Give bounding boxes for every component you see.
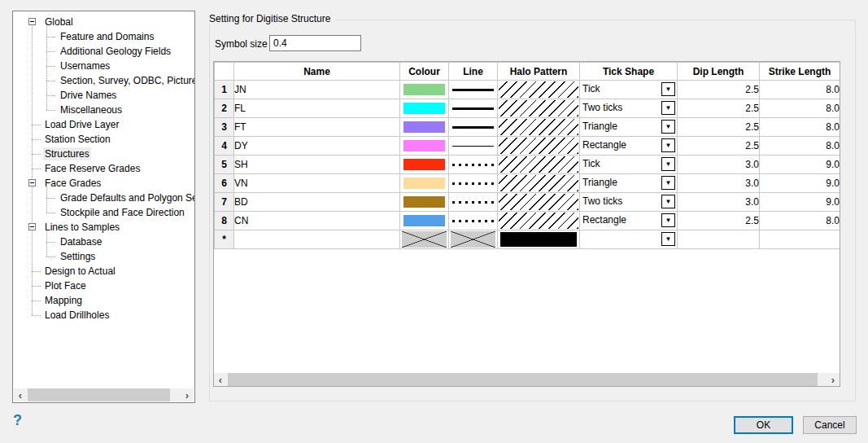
tree-item-load-drive-layer[interactable]: Load Drive Layer xyxy=(13,117,194,132)
halo-pattern-cell[interactable] xyxy=(498,156,580,174)
dropdown-arrow-icon[interactable]: ▼ xyxy=(661,195,675,208)
dropdown-arrow-icon[interactable]: ▼ xyxy=(661,138,675,152)
tree-item-plot-face[interactable]: Plot Face xyxy=(13,279,194,293)
halo-pattern-cell[interactable] xyxy=(498,99,580,118)
row-number[interactable]: 2 xyxy=(215,99,234,118)
tree-item-grade-defaults-and-polygon-selection[interactable]: Grade Defaults and Polygon Selec xyxy=(13,191,194,205)
tree-item-additional-geology-fields[interactable]: Additional Geology Fields xyxy=(13,44,194,59)
colour-cell[interactable] xyxy=(400,212,449,230)
colour-cell[interactable] xyxy=(400,99,449,118)
colour-cell[interactable] xyxy=(400,118,449,137)
dip-length-cell[interactable]: 3.0 xyxy=(678,156,760,174)
dip-length-cell[interactable] xyxy=(678,230,760,249)
tree-item-stockpile-and-face-direction[interactable]: Stockpile and Face Direction xyxy=(13,205,194,220)
strike-length-cell[interactable]: 9.0 xyxy=(760,174,840,193)
help-icon[interactable]: ? xyxy=(13,412,22,429)
name-cell[interactable] xyxy=(234,230,400,249)
line-cell[interactable] xyxy=(449,230,498,249)
tick-shape-cell[interactable]: Two ticks ▼ xyxy=(580,193,678,212)
dropdown-arrow-icon[interactable]: ▼ xyxy=(661,101,675,115)
tree-item-global[interactable]: Global xyxy=(13,15,194,29)
scroll-right-icon[interactable]: › xyxy=(181,388,194,401)
dip-length-cell[interactable]: 2.5 xyxy=(678,118,760,137)
dropdown-arrow-icon[interactable]: ▼ xyxy=(661,232,675,246)
name-cell[interactable]: FT xyxy=(234,118,400,137)
tree-item-section-survey-odbc-picture[interactable]: Section, Survey, ODBC, Picture xyxy=(13,73,194,88)
tick-shape-cell[interactable]: Triangle ▼ xyxy=(580,118,678,137)
name-cell[interactable]: CN xyxy=(234,212,400,230)
row-number[interactable]: 1 xyxy=(215,81,234,99)
halo-pattern-cell[interactable] xyxy=(498,212,580,230)
dip-length-cell[interactable]: 2.5 xyxy=(678,137,760,156)
colour-cell[interactable] xyxy=(400,81,449,99)
name-cell[interactable]: DY xyxy=(234,137,400,156)
line-cell[interactable] xyxy=(449,156,498,174)
row-number[interactable]: 3 xyxy=(215,118,234,137)
dip-length-cell[interactable]: 2.5 xyxy=(678,99,760,118)
line-cell[interactable] xyxy=(449,212,498,230)
strike-length-cell[interactable] xyxy=(760,230,840,249)
tick-shape-cell[interactable]: Rectangle ▼ xyxy=(580,137,678,156)
tree-item-miscellaneous[interactable]: Miscellaneous xyxy=(13,103,194,117)
tree-item-feature-and-domains[interactable]: Feature and Domains xyxy=(13,29,194,44)
line-cell[interactable] xyxy=(449,193,498,212)
collapse-minus-icon[interactable] xyxy=(28,179,36,186)
dip-length-cell[interactable]: 2.5 xyxy=(678,81,760,99)
name-cell[interactable]: BD xyxy=(234,193,400,212)
strike-length-cell[interactable]: 8.0 xyxy=(760,212,840,230)
tree-item-design-to-actual[interactable]: Design to Actual xyxy=(13,264,194,279)
tree-horizontal-scrollbar[interactable]: ‹ › xyxy=(14,388,194,401)
collapse-minus-icon[interactable] xyxy=(28,18,36,25)
row-number[interactable]: 8 xyxy=(215,212,234,230)
strike-length-cell[interactable]: 8.0 xyxy=(760,137,840,156)
colour-cell[interactable] xyxy=(400,156,449,174)
line-cell[interactable] xyxy=(449,137,498,156)
line-cell[interactable] xyxy=(449,99,498,118)
tree-item-station-section[interactable]: Station Section xyxy=(13,132,194,147)
ok-button[interactable]: OK xyxy=(734,416,793,434)
dropdown-arrow-icon[interactable]: ▼ xyxy=(661,176,675,190)
symbol-size-input[interactable] xyxy=(269,35,361,51)
scroll-left-icon[interactable]: ‹ xyxy=(14,388,27,401)
tree-item-drive-names[interactable]: Drive Names xyxy=(13,88,194,103)
grid-horizontal-scrollbar[interactable]: ‹ › xyxy=(214,373,840,386)
strike-length-cell[interactable]: 9.0 xyxy=(760,156,840,174)
colour-cell[interactable] xyxy=(400,137,449,156)
scroll-right-icon[interactable]: › xyxy=(827,373,840,386)
strike-length-cell[interactable]: 8.0 xyxy=(760,81,840,99)
row-number[interactable]: 5 xyxy=(215,156,234,174)
halo-pattern-cell[interactable] xyxy=(498,137,580,156)
tree-item-face-reserve-grades[interactable]: Face Reserve Grades xyxy=(13,161,194,176)
tree-scrollbar-thumb[interactable] xyxy=(28,388,170,401)
dip-length-cell[interactable]: 3.0 xyxy=(678,193,760,212)
line-cell[interactable] xyxy=(449,174,498,193)
strike-length-cell[interactable]: 8.0 xyxy=(760,99,840,118)
tick-shape-cell[interactable]: Tick ▼ xyxy=(580,81,678,99)
tree-item-usernames[interactable]: Usernames xyxy=(13,59,194,73)
line-cell[interactable] xyxy=(449,81,498,99)
strike-length-cell[interactable]: 9.0 xyxy=(760,193,840,212)
tick-shape-cell[interactable]: ▼ xyxy=(580,230,678,249)
row-number[interactable]: 4 xyxy=(215,137,234,156)
dip-length-cell[interactable]: 2.5 xyxy=(678,212,760,230)
cancel-button[interactable]: Cancel xyxy=(803,416,857,434)
tree-item-structures[interactable]: Structures xyxy=(13,147,194,161)
tick-shape-cell[interactable]: Two ticks ▼ xyxy=(580,99,678,118)
dropdown-arrow-icon[interactable]: ▼ xyxy=(661,157,675,171)
tree-item-lines-to-samples[interactable]: Lines to Samples xyxy=(13,220,194,235)
name-cell[interactable]: JN xyxy=(234,81,400,99)
colour-cell[interactable] xyxy=(400,193,449,212)
scroll-left-icon[interactable]: ‹ xyxy=(214,373,227,386)
row-number[interactable]: 6 xyxy=(215,174,234,193)
colour-cell[interactable] xyxy=(400,230,449,249)
halo-pattern-cell[interactable] xyxy=(498,230,580,249)
tree-item-load-drillholes[interactable]: Load Drillholes xyxy=(13,308,194,322)
grid-scrollbar-thumb[interactable] xyxy=(228,373,818,386)
colour-cell[interactable] xyxy=(400,174,449,193)
dip-length-cell[interactable]: 3.0 xyxy=(678,174,760,193)
name-cell[interactable]: FL xyxy=(234,99,400,118)
tree-item-mapping[interactable]: Mapping xyxy=(13,293,194,308)
tick-shape-cell[interactable]: Triangle ▼ xyxy=(580,174,678,193)
collapse-minus-icon[interactable] xyxy=(28,223,36,230)
tree-item-settings[interactable]: Settings xyxy=(13,249,194,264)
